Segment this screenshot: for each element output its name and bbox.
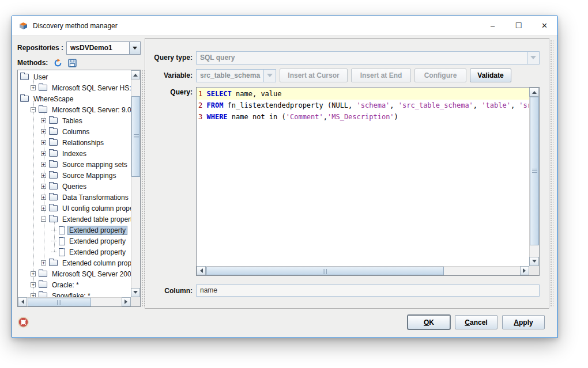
tree-item[interactable]: +Source Mappings (18, 170, 131, 181)
life-buoy-icon[interactable] (18, 317, 29, 328)
scrollbar-corner (131, 297, 140, 306)
scroll-right-icon[interactable] (520, 266, 529, 275)
tree-item[interactable]: WhereScape (18, 93, 131, 104)
expander-plus-icon[interactable]: + (41, 118, 46, 123)
tree-item[interactable]: User (18, 71, 131, 82)
chevron-down-icon (527, 51, 540, 65)
tree-item-label: Microsoft SQL Server HS: 9 (50, 84, 131, 93)
tree-item-label: Microsoft SQL Server 2000 (50, 270, 131, 279)
ok-button[interactable]: OK (408, 315, 450, 329)
expander-minus-icon[interactable]: − (31, 107, 36, 112)
tree-item[interactable]: −Extended table propert (18, 214, 131, 225)
tree-item[interactable]: Extended property (18, 225, 131, 236)
tree-item[interactable]: −Microsoft SQL Server: 9.0 - (18, 104, 131, 115)
expander-plus-icon[interactable]: + (41, 206, 46, 211)
tree-horizontal-scrollbar[interactable] (18, 297, 131, 306)
dialog-content: Repositories : wsDVDemo1 Methods: (12, 36, 557, 337)
editor-vertical-scrollbar[interactable] (529, 88, 539, 266)
line-number: 3 (198, 113, 206, 121)
tree-vertical-scrollbar[interactable] (131, 70, 140, 297)
tree-item-label: Source Mappings (61, 171, 118, 180)
tree-item[interactable]: +UI config column prope (18, 203, 131, 214)
tree-connector-line (33, 101, 34, 297)
close-button[interactable]: ✕ (532, 16, 557, 35)
expander-plus-icon[interactable]: + (41, 195, 46, 200)
expander-plus-icon[interactable]: + (31, 293, 36, 297)
scroll-left-icon[interactable] (18, 297, 27, 306)
insert-at-cursor-button[interactable]: Insert at Cursor (280, 69, 348, 82)
expander-plus-icon[interactable]: + (41, 129, 46, 134)
tree-vscroll-thumb[interactable] (131, 96, 140, 177)
tree-item[interactable]: +Columns (18, 126, 131, 137)
apply-button[interactable]: Apply (502, 315, 545, 329)
tree-item[interactable]: +Source mapping sets (18, 159, 131, 170)
scroll-down-icon[interactable] (529, 257, 539, 266)
cancel-button[interactable]: Cancel (455, 315, 497, 329)
tree-item[interactable]: +Relationships (18, 137, 131, 148)
scroll-up-icon[interactable] (131, 70, 140, 79)
expander-plus-icon[interactable]: + (41, 140, 46, 145)
repositories-combobox[interactable]: wsDVDemo1 (66, 41, 141, 55)
tree-item-label: Extended column prop (61, 259, 131, 268)
editor-horizontal-scrollbar[interactable] (197, 266, 529, 275)
editor-hscroll-thumb[interactable] (206, 267, 444, 275)
folder-icon (39, 293, 47, 297)
tree-item[interactable]: +Extended column prop (18, 257, 131, 268)
code-token: name not in ( (228, 113, 286, 121)
expander-plus-icon[interactable]: + (41, 151, 46, 156)
tree-hscroll-thumb[interactable] (28, 298, 91, 306)
column-field[interactable]: name (196, 284, 540, 297)
sql-code[interactable]: 1 SELECT name, value2 FROM fn_listextend… (197, 88, 529, 266)
folder-icon (49, 260, 58, 266)
editor-vscroll-thumb[interactable] (530, 97, 539, 245)
folder-icon (49, 205, 58, 211)
tree-item[interactable]: +Data Transformations (18, 192, 131, 203)
expander-plus-icon[interactable]: + (41, 260, 46, 265)
scroll-left-icon[interactable] (197, 266, 206, 275)
tree-item[interactable]: +Microsoft SQL Server 2000 (18, 268, 131, 279)
expander-plus-icon[interactable]: + (41, 184, 46, 189)
titlebar[interactable]: Discovery method manager – ☐ ✕ (12, 16, 557, 36)
close-icon: ✕ (541, 21, 548, 30)
expander-minus-icon[interactable]: − (41, 217, 46, 222)
expander-plus-icon[interactable]: + (41, 162, 46, 167)
repositories-value: wsDVDemo1 (67, 42, 129, 54)
query-editor[interactable]: 1 SELECT name, value2 FROM fn_listextend… (196, 87, 540, 276)
tree-item[interactable]: +Microsoft SQL Server HS: 9 (18, 82, 131, 93)
code-token: , (323, 113, 327, 121)
refresh-icon[interactable] (54, 59, 62, 67)
tree-item-label: Extended property (67, 248, 127, 257)
methods-label: Methods: (17, 59, 48, 67)
folder-icon (49, 117, 58, 124)
expander-plus-icon[interactable]: + (41, 173, 46, 178)
tree-item[interactable]: +Indexes (18, 148, 131, 159)
tree-item-label: Tables (61, 116, 84, 126)
scroll-up-icon[interactable] (529, 88, 539, 97)
code-token: WHERE (206, 113, 227, 121)
expander-plus-icon[interactable]: + (31, 85, 36, 90)
tree-item[interactable]: +Queries (18, 181, 131, 192)
tree-item-label: Extended table propert (61, 215, 131, 224)
window-title: Discovery method manager (33, 22, 118, 30)
configure-button[interactable]: Configure (414, 69, 466, 82)
insert-at-end-button[interactable]: Insert at End (351, 69, 411, 82)
minimize-button[interactable]: – (480, 16, 506, 35)
tree-item[interactable]: Extended property (18, 236, 131, 246)
tree-item[interactable]: +Oracle: * (18, 279, 131, 290)
tree-item-label: Snowflake: * (50, 291, 92, 298)
tree-item[interactable]: +Tables (18, 115, 131, 126)
tree-item[interactable]: +Snowflake: * (18, 290, 131, 297)
validate-button[interactable]: Validate (470, 69, 511, 82)
cancel-mnemonic: C (465, 318, 470, 327)
tree-item-label: Extended property (67, 226, 127, 235)
methods-tree[interactable]: User+Microsoft SQL Server HS: 9WhereScap… (17, 70, 141, 307)
scroll-down-icon[interactable] (131, 288, 140, 297)
tree-item[interactable]: Extended property (18, 246, 131, 257)
save-icon[interactable] (68, 59, 77, 67)
expander-plus-icon[interactable]: + (31, 282, 36, 287)
code-token: , (390, 101, 398, 109)
scroll-right-icon[interactable] (122, 297, 131, 306)
chevron-down-icon[interactable] (129, 42, 140, 54)
maximize-button[interactable]: ☐ (506, 16, 532, 35)
expander-plus-icon[interactable]: + (31, 271, 36, 276)
